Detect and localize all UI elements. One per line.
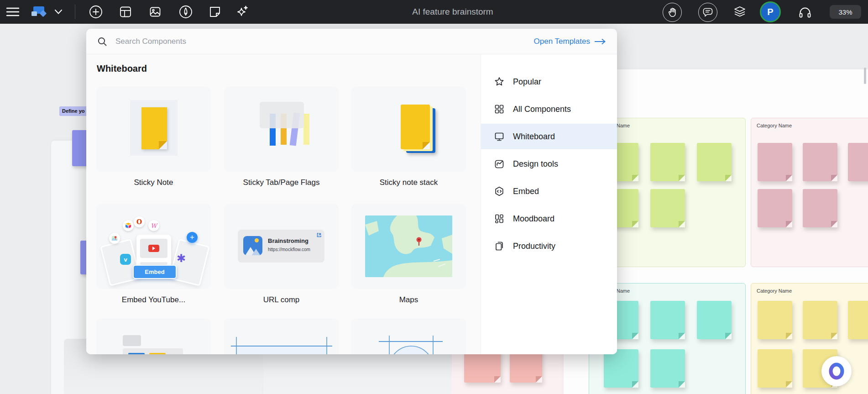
- sticky-note[interactable]: [650, 189, 685, 227]
- component-card-sticky-stack[interactable]: [351, 86, 466, 172]
- sticky-note[interactable]: [758, 189, 792, 227]
- sticky-note[interactable]: [758, 143, 792, 181]
- ai-sparkle-icon: [235, 5, 250, 19]
- component-card-sticky-note[interactable]: [96, 86, 211, 172]
- category-label: All Components: [513, 105, 571, 114]
- image-icon: [148, 5, 162, 19]
- template-button[interactable]: [118, 5, 133, 19]
- board-header: Category Name: [751, 284, 868, 299]
- sticky-note[interactable]: [758, 349, 792, 388]
- writer-badge-icon: W: [148, 220, 159, 231]
- category-popular[interactable]: Popular: [481, 69, 617, 95]
- map-art: [365, 215, 452, 277]
- sticky-note[interactable]: [650, 143, 685, 181]
- card-label: Sticky Tab/Page Flags: [224, 178, 339, 187]
- menu-button[interactable]: [5, 5, 20, 19]
- sticky-note[interactable]: [758, 301, 792, 339]
- card-label: Sticky note stack: [351, 178, 466, 187]
- pan-tool-button[interactable]: [663, 3, 682, 22]
- category-board-yellow[interactable]: Category Name: [751, 283, 868, 394]
- sticky-note[interactable]: [697, 143, 732, 181]
- components-grid: Whiteboard Sticky Note: [86, 54, 481, 354]
- vimeo-icon: v: [120, 254, 131, 265]
- comments-button[interactable]: [698, 3, 717, 22]
- headphones-icon: [798, 5, 812, 18]
- component-card-maps[interactable]: [351, 204, 466, 289]
- category-label: Popular: [513, 77, 541, 87]
- category-all-components[interactable]: All Components: [481, 96, 617, 122]
- app-window: Define yo Category Name Category Name: [0, 0, 868, 394]
- sticky-note[interactable]: [803, 301, 837, 339]
- link-icon: [316, 232, 322, 238]
- arrow-right-icon: [594, 38, 606, 45]
- sticky-note[interactable]: [650, 349, 685, 388]
- stack-yellow-note: [401, 105, 430, 149]
- sticky-note[interactable]: [650, 301, 685, 339]
- chevron-down-icon: [54, 9, 63, 15]
- component-card-url[interactable]: Brainstroming https://mockflow.com: [224, 204, 339, 289]
- ai-assistant-button[interactable]: [235, 5, 250, 19]
- document-title[interactable]: AI feature brainstorm: [412, 7, 493, 17]
- grid-icon: [494, 104, 505, 115]
- category-embed[interactable]: Embed: [481, 179, 617, 204]
- open-templates-label: Open Templates: [534, 37, 590, 46]
- template-icon: [119, 5, 132, 19]
- component-card-sticky-tabs[interactable]: [224, 86, 339, 172]
- add-component-button[interactable]: [89, 5, 103, 19]
- section-title: Whiteboard: [97, 63, 147, 74]
- url-card-url: https://mockflow.com: [268, 247, 310, 252]
- category-moodboard[interactable]: Moodboard: [481, 206, 617, 231]
- zoom-level-badge[interactable]: 33%: [830, 5, 861, 19]
- workspace-switcher[interactable]: [53, 5, 64, 19]
- asterisk-icon: ✱: [177, 252, 186, 265]
- sticky-note[interactable]: [803, 189, 837, 227]
- category-label: Design tools: [513, 159, 558, 169]
- component-card-partial-1[interactable]: [96, 318, 211, 354]
- draw-button[interactable]: [178, 5, 193, 19]
- card-label: Embed YouTube...: [96, 295, 211, 305]
- o-ring-logo-icon: [828, 362, 845, 380]
- search-icon: [97, 37, 107, 47]
- app-logo[interactable]: [29, 5, 49, 19]
- comments-icon: [703, 8, 713, 17]
- category-board-pink[interactable]: Category Name: [751, 118, 868, 267]
- star-icon: [494, 76, 505, 87]
- open-templates-link[interactable]: Open Templates: [534, 37, 606, 46]
- component-card-embed-youtube[interactable]: v ✱ O: [96, 204, 211, 289]
- category-productivity[interactable]: Productivity: [481, 233, 617, 259]
- whiteboard-icon: [494, 131, 505, 142]
- pan-hand-icon: [668, 7, 677, 17]
- maps-badge-icon: [109, 233, 120, 244]
- avatar[interactable]: P: [760, 1, 781, 22]
- card-label: URL comp: [224, 295, 339, 305]
- audio-button[interactable]: [798, 5, 812, 19]
- layers-button[interactable]: [732, 5, 747, 19]
- component-card-partial-2[interactable]: [224, 318, 339, 354]
- sticky-note[interactable]: [604, 349, 638, 388]
- category-label: Moodboard: [513, 214, 554, 224]
- draw-icon: [178, 5, 193, 19]
- sticky-note-button[interactable]: [208, 5, 222, 19]
- sticky-note[interactable]: [848, 143, 868, 181]
- moodboard-icon: [494, 213, 505, 224]
- add-badge-icon: +: [187, 232, 198, 243]
- sticky-note[interactable]: [697, 301, 732, 339]
- sticky-note[interactable]: [803, 143, 837, 181]
- embed-code-icon: [494, 186, 505, 197]
- add-icon: [89, 5, 103, 19]
- search-row: Open Templates: [86, 29, 617, 54]
- office-badge-icon: O: [134, 216, 145, 227]
- canvas-scrollbar-thumb[interactable]: [864, 68, 866, 84]
- toolbar: AI feature brainstorm P 33%: [0, 0, 868, 24]
- category-whiteboard[interactable]: Whiteboard: [481, 124, 617, 149]
- board-header: Category Name: [751, 118, 868, 133]
- sticky-note[interactable]: [848, 301, 868, 339]
- image-button[interactable]: [148, 5, 162, 19]
- opera-logo[interactable]: [821, 356, 852, 386]
- category-design-tools[interactable]: Design tools: [481, 151, 617, 177]
- components-panel: Open Templates Whiteboard Sticky Note: [86, 29, 617, 354]
- search-input[interactable]: [115, 37, 534, 47]
- menu-icon: [6, 6, 20, 17]
- component-card-partial-3[interactable]: [351, 318, 466, 354]
- tab-pale: [303, 114, 309, 145]
